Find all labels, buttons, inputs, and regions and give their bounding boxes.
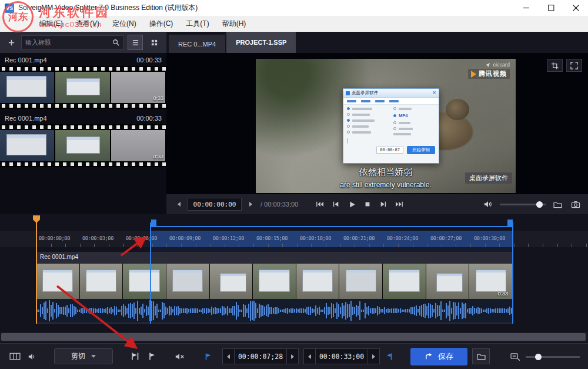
audio-waveform	[36, 299, 513, 323]
dialog-icon	[346, 91, 350, 95]
timeline-clip-name: Rec 0001.mp4	[40, 254, 78, 260]
ruler-label: 00:00:30;00	[474, 235, 505, 241]
fragment-start-flag-icon[interactable]	[200, 348, 218, 365]
minimize-button[interactable]	[514, 0, 539, 16]
filmstrip-sprockets	[0, 161, 166, 167]
ruler-label: 00:00:15;00	[256, 235, 288, 241]
thumbnail	[55, 130, 111, 161]
end-time-decrement[interactable]	[304, 349, 316, 364]
add-end-marker-button[interactable]	[143, 348, 161, 365]
menu-edit[interactable]: 编辑(E)	[33, 16, 69, 32]
playhead-marker[interactable]	[33, 215, 40, 223]
start-time-increment[interactable]	[286, 349, 298, 364]
volume-icon[interactable]	[482, 198, 495, 211]
stop-button[interactable]	[361, 198, 374, 211]
menu-tools[interactable]: 工具(T)	[179, 16, 215, 32]
list-item[interactable]: Rec 0001.mp4 00:00:33 0:33	[0, 53, 166, 109]
fragment-end-flag-icon[interactable]	[380, 348, 397, 365]
mute-fragment-button[interactable]	[171, 348, 188, 365]
thumbnail-duration: 0:33	[153, 95, 163, 101]
save-button[interactable]: 保存	[410, 348, 467, 365]
dialog-title: 桌面录屏软件	[352, 90, 378, 96]
play-button[interactable]	[345, 198, 358, 211]
start-time-value[interactable]: 00:00:07;28	[235, 353, 286, 361]
volume-slider[interactable]	[500, 200, 546, 208]
close-button[interactable]	[563, 0, 588, 16]
thumbnail	[0, 130, 55, 161]
ruler-label: 00:00:24;00	[387, 235, 418, 241]
titlebar: VS SolveigMM Video Splitter 7.0 Business…	[0, 0, 588, 16]
audio-track-icon[interactable]	[24, 348, 41, 365]
menu-help[interactable]: 帮助(H)	[216, 16, 253, 32]
ruler-label: 00:00:18;00	[300, 235, 331, 241]
ruler-label: 00:00:06;00	[126, 235, 157, 241]
next-keyframe-button[interactable]	[393, 198, 406, 211]
step-back-button[interactable]	[329, 198, 342, 211]
end-time-increment[interactable]	[368, 349, 379, 364]
open-folder-button[interactable]	[551, 198, 564, 211]
cut-mode-dropdown[interactable]: 剪切	[54, 348, 113, 364]
output-folder-button[interactable]	[472, 348, 490, 364]
clip-filmstrip[interactable]: 0:33	[0, 124, 166, 167]
playhead-line[interactable]	[36, 220, 37, 324]
start-time-decrement[interactable]	[223, 349, 235, 364]
watermark-text: ciccard	[493, 62, 510, 68]
filmstrip-thumbnails	[0, 72, 166, 103]
clip-name: Rec 0001.mp4	[5, 115, 47, 122]
dialog-links	[343, 98, 439, 105]
ruler-label: 00:00:09;00	[169, 235, 201, 241]
selection-start-marker[interactable]	[151, 220, 156, 226]
list-view-button[interactable]	[128, 35, 143, 50]
time-decrement-button[interactable]	[172, 198, 185, 211]
screen-recorder-watermark: 桌面录屏软件	[465, 172, 512, 184]
add-media-button[interactable]	[5, 36, 18, 49]
search-box	[21, 35, 124, 49]
ruler-label: 00:00:27;00	[430, 235, 462, 241]
media-library: Rec 0001.mp4 00:00:33 0:33 Rec 0001.mp4 …	[0, 53, 166, 214]
timeline-ruler[interactable]: 00:00:00;00 00:00:03;00 00:00:06;00 00:0…	[0, 231, 588, 247]
step-forward-button[interactable]	[377, 198, 390, 211]
timeline: 00:00:00;00 00:00:03;00 00:00:06;00 00:0…	[0, 214, 588, 343]
window-title: SolveigMM Video Splitter 7.0 Business Ed…	[18, 3, 198, 13]
ruler-label: 00:00:00;00	[39, 235, 70, 241]
clip-filmstrip[interactable]: 0:33	[0, 66, 166, 109]
ruler-label: 00:00:03;00	[82, 235, 113, 241]
edit-toolbar: 剪切 00:00:07;28 00:00:33;00 保存	[0, 343, 588, 369]
dialog-path	[343, 138, 439, 144]
list-item[interactable]: Rec 0001.mp4 00:00:33 0:33	[0, 111, 166, 167]
crop-button[interactable]	[547, 59, 563, 72]
selection-end-marker[interactable]	[507, 220, 513, 226]
grid-view-button[interactable]	[146, 35, 162, 50]
record-button: 开始录制	[407, 146, 435, 154]
menu-navigate[interactable]: 定位(N)	[106, 16, 143, 32]
total-duration: / 00:00:33;00	[260, 201, 298, 208]
filmstrip-sprockets	[0, 66, 166, 72]
maximize-button[interactable]	[539, 0, 563, 16]
thumbnail	[55, 72, 111, 103]
app-window: VS SolveigMM Video Splitter 7.0 Business…	[0, 0, 588, 369]
selection-end-line[interactable]	[512, 222, 513, 324]
snapshot-button[interactable]	[569, 198, 582, 211]
scrollbar-thumb[interactable]	[1, 333, 586, 341]
tab-project-ssp[interactable]: PROJECT-1.SSP	[226, 32, 296, 53]
search-icon[interactable]	[112, 39, 120, 46]
menu-view[interactable]: 查看(V)	[69, 16, 106, 32]
time-increment-button[interactable]	[244, 198, 257, 211]
timeline-clip[interactable]: Rec 0001.mp4 0:33	[36, 252, 513, 324]
storyboard-view-icon[interactable]	[6, 348, 24, 365]
tab-rec-mp4[interactable]: REC 0...MP4	[169, 35, 225, 53]
menu-operations[interactable]: 操作(C)	[143, 16, 180, 32]
tencent-video-watermark: 腾讯视频	[479, 69, 507, 78]
end-time-value[interactable]: 00:00:33;00	[316, 353, 368, 361]
fullscreen-button[interactable]	[566, 59, 582, 72]
zoom-out-icon[interactable]	[510, 353, 520, 361]
filmstrip-sprockets	[0, 103, 166, 109]
selection-start-line[interactable]	[150, 222, 151, 324]
current-time-display: 00:00:00;00	[188, 198, 242, 211]
search-input[interactable]	[25, 39, 110, 46]
zoom-slider[interactable]	[526, 353, 580, 361]
video-frame[interactable]: ciccard 腾讯视频 桌面录屏软件 ✕	[256, 59, 516, 193]
add-begin-marker-button[interactable]	[126, 348, 143, 365]
prev-keyframe-button[interactable]	[313, 198, 326, 211]
thumbnail	[0, 72, 55, 103]
